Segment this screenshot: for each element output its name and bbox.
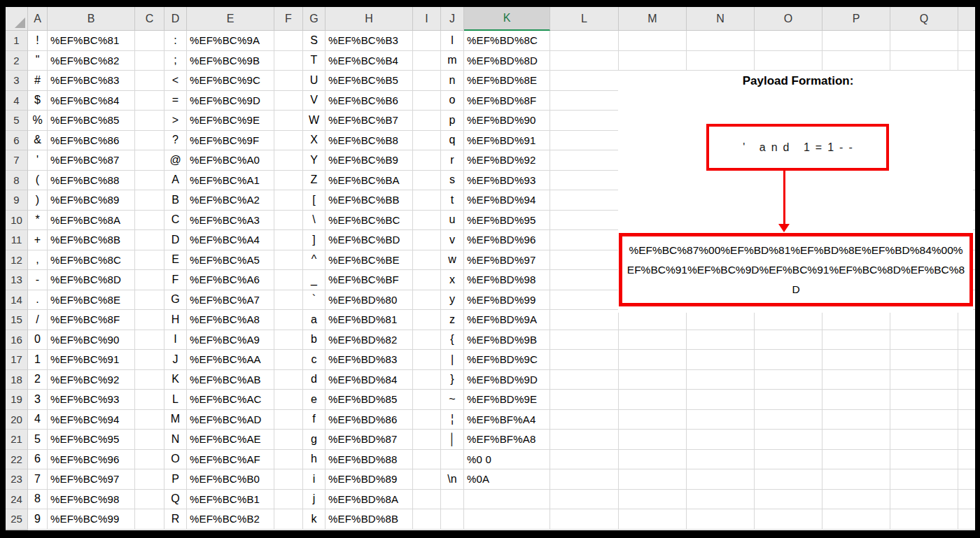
row-header-23[interactable]: 23 bbox=[6, 469, 28, 490]
cell-L23[interactable] bbox=[550, 469, 619, 490]
cell-O15[interactable] bbox=[755, 310, 822, 330]
row-header-14[interactable]: 14 bbox=[6, 290, 28, 311]
row-header-22[interactable]: 22 bbox=[6, 450, 28, 470]
cell-G25[interactable]: k bbox=[303, 509, 326, 530]
cell-B12[interactable]: %EF%BC%8C bbox=[48, 250, 135, 271]
cell-M20[interactable] bbox=[619, 410, 687, 430]
cell-E24[interactable]: %EF%BC%B1 bbox=[187, 490, 274, 510]
cell-G17[interactable]: c bbox=[303, 350, 326, 370]
column-header-E[interactable]: E bbox=[187, 7, 274, 31]
cell-A25[interactable]: 9 bbox=[28, 509, 48, 530]
cell-A24[interactable]: 8 bbox=[28, 490, 48, 510]
cell-C20[interactable] bbox=[135, 410, 164, 430]
cell-J3[interactable]: n bbox=[441, 71, 464, 91]
cell-I12[interactable] bbox=[413, 250, 441, 271]
row-header-20[interactable]: 20 bbox=[6, 410, 28, 430]
cell-I8[interactable] bbox=[413, 171, 441, 191]
cell-H22[interactable]: %EF%BD%88 bbox=[326, 450, 413, 470]
cell-P2[interactable] bbox=[822, 51, 890, 71]
cell-Q17[interactable] bbox=[890, 350, 958, 370]
cell-E1[interactable]: %EF%BC%9A bbox=[187, 31, 274, 51]
cell-F16[interactable] bbox=[274, 330, 303, 351]
cell-D22[interactable]: O bbox=[164, 450, 187, 470]
cell-C24[interactable] bbox=[135, 490, 164, 510]
cell-M21[interactable] bbox=[619, 430, 687, 450]
cell-L17[interactable] bbox=[550, 350, 619, 370]
row-header-24[interactable]: 24 bbox=[6, 490, 28, 510]
cell-M24[interactable] bbox=[619, 490, 687, 510]
cell-E16[interactable]: %EF%BC%A9 bbox=[187, 330, 274, 351]
cell-B20[interactable]: %EF%BC%94 bbox=[48, 410, 135, 430]
cell-I20[interactable] bbox=[413, 410, 441, 430]
cell-K11[interactable]: %EF%BD%96 bbox=[464, 230, 550, 250]
cell-H17[interactable]: %EF%BD%83 bbox=[326, 350, 413, 370]
cell-M25[interactable] bbox=[619, 509, 687, 530]
cell-Q15[interactable] bbox=[890, 310, 958, 330]
cell-D14[interactable]: G bbox=[164, 290, 187, 311]
cell-H16[interactable]: %EF%BD%82 bbox=[326, 330, 413, 351]
cell-Q24[interactable] bbox=[890, 490, 958, 510]
cell-N1[interactable] bbox=[687, 31, 755, 51]
cell-D13[interactable]: F bbox=[164, 270, 187, 290]
cell-G22[interactable]: h bbox=[303, 450, 326, 470]
cell-B14[interactable]: %EF%BC%8E bbox=[48, 290, 135, 311]
row-header-10[interactable]: 10 bbox=[6, 211, 28, 231]
cell-L11[interactable] bbox=[550, 230, 619, 250]
cell-D11[interactable]: D bbox=[164, 230, 187, 250]
cell-J22[interactable] bbox=[441, 450, 464, 470]
cell-G19[interactable]: e bbox=[303, 390, 326, 410]
cell-N24[interactable] bbox=[687, 490, 755, 510]
cell-B1[interactable]: %EF%BC%81 bbox=[48, 31, 135, 51]
cell-D2[interactable]: ; bbox=[164, 51, 187, 71]
cell-P18[interactable] bbox=[822, 370, 890, 390]
cell-N19[interactable] bbox=[687, 390, 755, 410]
row-header-1[interactable]: 1 bbox=[6, 31, 28, 51]
cell-B17[interactable]: %EF%BC%91 bbox=[48, 350, 135, 370]
cell-J9[interactable]: t bbox=[441, 190, 464, 211]
cell-D19[interactable]: L bbox=[164, 390, 187, 410]
cell-C14[interactable] bbox=[135, 290, 164, 311]
cell-Q18[interactable] bbox=[890, 370, 958, 390]
cell-B15[interactable]: %EF%BC%8F bbox=[48, 310, 135, 330]
cell-M23[interactable] bbox=[619, 469, 687, 490]
cell-H9[interactable]: %EF%BC%BB bbox=[326, 190, 413, 211]
cell-C10[interactable] bbox=[135, 211, 164, 231]
cell-E14[interactable]: %EF%BC%A7 bbox=[187, 290, 274, 311]
cell-F14[interactable] bbox=[274, 290, 303, 311]
cell-G13[interactable]: _ bbox=[303, 270, 326, 290]
cell-B4[interactable]: %EF%BC%84 bbox=[48, 91, 135, 111]
cell-I2[interactable] bbox=[413, 51, 441, 71]
cell-A17[interactable]: 1 bbox=[28, 350, 48, 370]
cell-F15[interactable] bbox=[274, 310, 303, 330]
cell-D23[interactable]: P bbox=[164, 469, 187, 490]
cell-N25[interactable] bbox=[687, 509, 755, 530]
row-header-18[interactable]: 18 bbox=[6, 370, 28, 390]
cell-D24[interactable]: Q bbox=[164, 490, 187, 510]
cell-E6[interactable]: %EF%BC%9F bbox=[187, 131, 274, 151]
cell-H24[interactable]: %EF%BD%8A bbox=[326, 490, 413, 510]
cell-F10[interactable] bbox=[274, 211, 303, 231]
cell-C13[interactable] bbox=[135, 270, 164, 290]
cell-P15[interactable] bbox=[822, 310, 890, 330]
cell-L5[interactable] bbox=[550, 111, 619, 131]
cell-J15[interactable]: z bbox=[441, 310, 464, 330]
column-header-A[interactable]: A bbox=[28, 7, 48, 31]
cell-N21[interactable] bbox=[687, 430, 755, 450]
cell-L8[interactable] bbox=[550, 171, 619, 191]
cell-L16[interactable] bbox=[550, 330, 619, 351]
cell-Q16[interactable] bbox=[890, 330, 958, 351]
cell-K15[interactable]: %EF%BD%9A bbox=[464, 310, 550, 330]
cell-G20[interactable]: f bbox=[303, 410, 326, 430]
row-header-21[interactable]: 21 bbox=[6, 430, 28, 450]
cell-P16[interactable] bbox=[822, 330, 890, 351]
row-header-12[interactable]: 12 bbox=[6, 250, 28, 271]
cell-A22[interactable]: 6 bbox=[28, 450, 48, 470]
cell-J18[interactable]: } bbox=[441, 370, 464, 390]
cell-A19[interactable]: 3 bbox=[28, 390, 48, 410]
row-header-19[interactable]: 19 bbox=[6, 390, 28, 410]
row-header-4[interactable]: 4 bbox=[6, 91, 28, 111]
cell-C17[interactable] bbox=[135, 350, 164, 370]
cell-Q2[interactable] bbox=[890, 51, 958, 71]
cell-K17[interactable]: %EF%BD%9C bbox=[464, 350, 550, 370]
cell-J17[interactable]: | bbox=[441, 350, 464, 370]
